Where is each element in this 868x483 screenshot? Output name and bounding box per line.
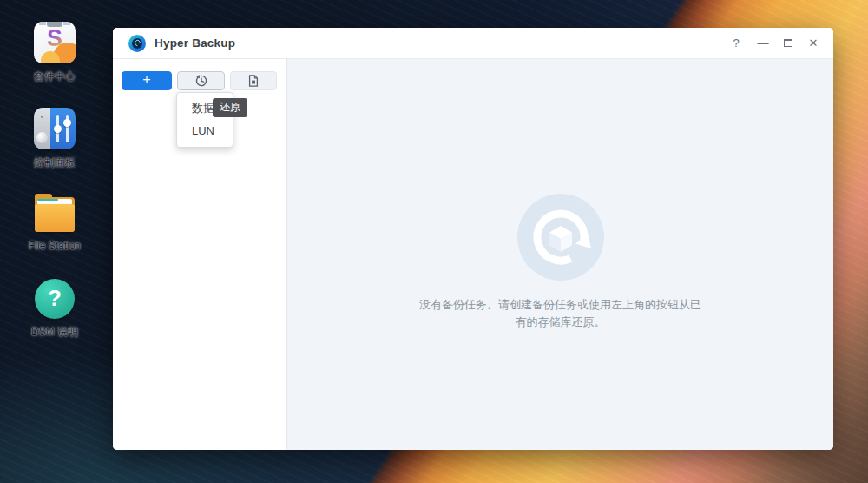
empty-state: 没有备份任务。请创建备份任务或使用左上角的按钮从已 有的存储库还原。 <box>419 194 701 331</box>
panel-side <box>34 108 50 149</box>
desktop-icon-label: 套件中心 <box>34 69 76 84</box>
restore-tooltip: 还原 <box>213 98 247 117</box>
empty-state-line1: 没有备份任务。请创建备份任务或使用左上角的按钮从已 <box>419 296 701 314</box>
empty-state-message: 没有备份任务。请创建备份任务或使用左上角的按钮从已 有的存储库还原。 <box>419 296 701 331</box>
desktop-icon-control-panel[interactable]: 控制面板 <box>13 108 96 170</box>
minimize-button[interactable]: — <box>757 37 769 50</box>
restore-button[interactable] <box>177 71 225 90</box>
desktop-icon-dsm-help[interactable]: ? DSM 说明 <box>13 279 96 340</box>
package-center-icon: S <box>34 22 76 63</box>
slider-graphic <box>66 115 69 142</box>
desktop-icon-label: DSM 说明 <box>31 325 78 340</box>
window-titlebar: Hyper Backup ? — ✕ <box>113 28 833 59</box>
slider-graphic <box>56 115 59 142</box>
menu-item-lun[interactable]: LUN <box>177 120 233 142</box>
desktop: S 套件中心 控制面板 File Station ? DSM 说明 <box>0 0 868 483</box>
close-button[interactable]: ✕ <box>807 37 819 50</box>
window-body: + <box>113 59 833 450</box>
create-task-button[interactable]: + <box>122 71 172 90</box>
toolbar: + <box>122 71 277 90</box>
hyper-backup-watermark-icon <box>517 194 604 281</box>
hyper-backup-app-icon <box>128 35 146 52</box>
desktop-icon-package-center[interactable]: S 套件中心 <box>13 22 96 84</box>
desktop-icon-label: File Station <box>29 240 81 252</box>
maximize-button[interactable] <box>784 39 792 47</box>
help-button[interactable]: ? <box>730 37 742 50</box>
question-mark-icon: ? <box>35 279 75 319</box>
log-button[interactable] <box>230 71 277 90</box>
window-title: Hyper Backup <box>155 36 235 50</box>
desktop-icon-file-station[interactable]: File Station <box>13 192 96 252</box>
content-panel: 没有备份任务。请创建备份任务或使用左上角的按钮从已 有的存储库还原。 <box>287 59 833 450</box>
window-controls: ? — ✕ <box>730 37 819 50</box>
desktop-icon-label: 控制面板 <box>34 155 76 170</box>
synology-s-logo: S <box>34 25 76 52</box>
restore-clock-icon <box>194 74 208 88</box>
folder-icon <box>34 192 76 234</box>
log-document-icon <box>247 74 260 88</box>
empty-state-line2: 有的存储库还原。 <box>419 314 701 331</box>
hyper-backup-window: Hyper Backup ? — ✕ + <box>113 28 833 450</box>
control-panel-icon <box>34 108 76 149</box>
